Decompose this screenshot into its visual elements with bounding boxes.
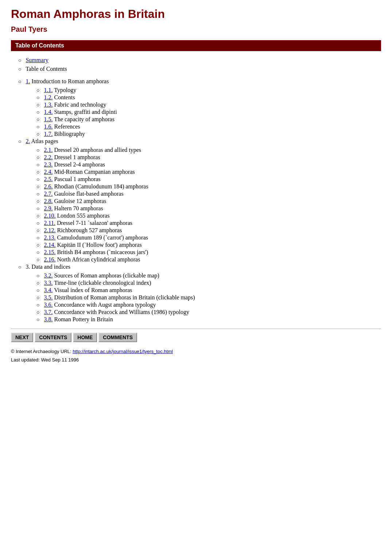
- toc-item-1-2: ○ 1.2. Contents: [11, 94, 381, 101]
- bullet-1-5: ○: [36, 117, 39, 123]
- bullet-1-1: ○: [36, 88, 39, 93]
- text-1-3: Fabric and technology: [54, 102, 106, 108]
- author-name: Paul Tyers: [11, 25, 381, 34]
- link-2-5[interactable]: 2.5.: [44, 176, 53, 182]
- bullet-s1: ○: [18, 79, 21, 85]
- link-3-5[interactable]: 3.5.: [44, 294, 53, 300]
- link-3-3[interactable]: 3.3.: [44, 280, 53, 286]
- text-2-10: London 555 amphoras: [57, 212, 109, 219]
- link-2-11[interactable]: 2.11.: [44, 220, 55, 226]
- bullet-1-2: ○: [36, 95, 39, 101]
- link-2-2[interactable]: 2.2.: [44, 154, 53, 160]
- link-3-2[interactable]: 3.2.: [44, 272, 53, 279]
- text-2-9: Haltern 70 amphoras: [54, 205, 103, 211]
- link-2-10[interactable]: 2.10.: [44, 212, 55, 219]
- toc-item-2-8: ○ 2.8. Gauloise 12 amphoras: [11, 198, 381, 204]
- toc-item-3-5: ○ 3.5. Distribution of Roman amphoras in…: [11, 294, 381, 301]
- page-title: Roman Amphoras in Britain: [11, 7, 381, 21]
- bullet-2-3: ○: [36, 162, 39, 168]
- copyright-text: © Internet Archaeology URL:: [11, 349, 73, 354]
- bullet-summary: ○: [18, 58, 21, 64]
- link-1-5[interactable]: 1.5.: [44, 116, 53, 122]
- summary-link[interactable]: Summary: [26, 57, 48, 63]
- link-2-8[interactable]: 2.8.: [44, 198, 53, 204]
- bullet-2-12: ○: [36, 228, 39, 234]
- bullet-1-6: ○: [36, 124, 39, 130]
- toc-item-2-10: ○ 2.10. London 555 amphoras: [11, 212, 381, 219]
- link-1-3[interactable]: 1.3.: [44, 102, 53, 108]
- last-updated: Last updated: Wed Sep 11 1996: [11, 356, 381, 364]
- toc-section-3: ○ 3. Data and indices: [11, 264, 381, 270]
- toc-item-3-3: ○ 3.3. Time-line (clickable chronologica…: [11, 280, 381, 286]
- bullet-2-13: ○: [36, 235, 39, 241]
- text-2-15: British B4 amphoras (`micaceous jars'): [57, 249, 148, 255]
- bullet-s2: ○: [18, 139, 21, 145]
- bullet-3-7: ○: [36, 310, 39, 315]
- link-3-7[interactable]: 3.7.: [44, 309, 53, 315]
- bullet-s3: ○: [18, 264, 21, 270]
- link-2-12[interactable]: 2.12.: [44, 227, 55, 233]
- link-2-1[interactable]: 2.1.: [44, 147, 53, 153]
- toc-item-2-13: ○ 2.13. Camulodunum 189 (`carrot') ampho…: [11, 234, 381, 241]
- toc-item-2-5: ○ 2.5. Pascual 1 amphoras: [11, 176, 381, 183]
- section-2-link[interactable]: 2.: [26, 138, 30, 144]
- toc-item-2-6: ○ 2.6. Rhodian (Camulodunum 184) amphora…: [11, 183, 381, 190]
- text-1-5: The capacity of amphoras: [54, 116, 115, 122]
- toc-item-2-16: ○ 2.16. North African cylindrical amphor…: [11, 256, 381, 263]
- text-2-1: Dressel 20 amphoras and allied types: [54, 147, 141, 153]
- section-1-link[interactable]: 1.: [26, 78, 30, 84]
- text-3-5: Distribution of Roman amphoras in Britai…: [54, 294, 195, 300]
- link-2-15[interactable]: 2.15.: [44, 249, 55, 255]
- link-3-6[interactable]: 3.6.: [44, 302, 53, 308]
- bullet-3-5: ○: [36, 295, 39, 301]
- bullet-1-7: ○: [36, 131, 39, 137]
- link-2-3[interactable]: 2.3.: [44, 161, 53, 168]
- link-3-4[interactable]: 3.4.: [44, 287, 53, 293]
- bullet-2-11: ○: [36, 221, 39, 226]
- toc-item-3-7: ○ 3.7. Concordance with Peacock and Will…: [11, 309, 381, 315]
- bullet-3-8: ○: [36, 317, 39, 323]
- text-2-4: Mid-Roman Campanian amphoras: [54, 169, 135, 175]
- link-1-6[interactable]: 1.6.: [44, 123, 53, 130]
- toc-item-2-15: ○ 2.15. British B4 amphoras (`micaceous …: [11, 249, 381, 256]
- link-2-4[interactable]: 2.4.: [44, 169, 53, 175]
- link-2-13[interactable]: 2.13.: [44, 234, 55, 241]
- link-1-4[interactable]: 1.4.: [44, 109, 53, 115]
- bullet-3-6: ○: [36, 302, 39, 308]
- bullet-toc: ○: [18, 66, 21, 72]
- link-2-16[interactable]: 2.16.: [44, 256, 55, 263]
- link-2-6[interactable]: 2.6.: [44, 183, 53, 189]
- link-1-2[interactable]: 1.2.: [44, 94, 53, 100]
- toc-item-1-3: ○ 1.3. Fabric and technology: [11, 102, 381, 108]
- contents-button[interactable]: CONTENTS: [35, 333, 71, 342]
- text-1-1: Typology: [54, 87, 76, 93]
- toc-item-1-5: ○ 1.5. The capacity of amphoras: [11, 116, 381, 123]
- link-2-14[interactable]: 2.14.: [44, 242, 55, 248]
- text-3-8: Roman Pottery in Britain: [54, 316, 113, 322]
- text-2-7: Gauloise flat-based amphoras: [54, 191, 123, 197]
- toc-item-2-4: ○ 2.4. Mid-Roman Campanian amphoras: [11, 169, 381, 175]
- footer-url[interactable]: http://intarch.ac.uk/journal/issue1/tyer…: [73, 349, 173, 354]
- toc-item-2-11: ○ 2.11. Dressel 7-11 `salazon' amphoras: [11, 220, 381, 226]
- bullet-2-8: ○: [36, 199, 39, 204]
- text-1-7: Bibliography: [54, 131, 85, 137]
- link-2-7[interactable]: 2.7.: [44, 191, 53, 197]
- footer: © Internet Archaeology URL: http://intar…: [11, 347, 381, 364]
- bullet-1-3: ○: [36, 102, 39, 108]
- toc-item-toc-label: Table of Contents: [26, 66, 67, 72]
- bullet-2-7: ○: [36, 191, 39, 197]
- text-1-4: Stamps, graffiti and dipinti: [54, 109, 117, 115]
- link-2-9[interactable]: 2.9.: [44, 205, 53, 211]
- text-2-16: North African cylindrical amphoras: [57, 256, 140, 263]
- home-button[interactable]: HOME: [73, 333, 97, 342]
- link-1-7[interactable]: 1.7.: [44, 131, 53, 137]
- bullet-2-1: ○: [36, 148, 39, 153]
- toc-item-2-2: ○ 2.2. Dressel 1 amphoras: [11, 154, 381, 161]
- next-button[interactable]: NEXT: [11, 333, 33, 342]
- toc-item-1-6: ○ 1.6. References: [11, 123, 381, 130]
- comments-button[interactable]: COMMENTS: [98, 333, 137, 342]
- toc-content: ○ Summary ○ Table of Contents ○ 1. Intro…: [11, 57, 381, 323]
- link-3-8[interactable]: 3.8.: [44, 316, 53, 322]
- link-1-1[interactable]: 1.1.: [44, 87, 53, 93]
- toc-item-3-2: ○ 3.2. Sources of Roman amphoras (clicka…: [11, 272, 381, 279]
